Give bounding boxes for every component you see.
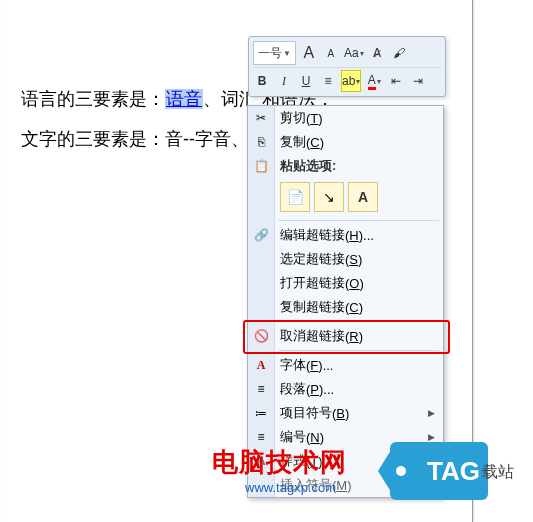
menu-bullets[interactable]: ≔ 项目符号(B) ▶	[248, 401, 443, 425]
menu-paste-header: 📋 粘贴选项:	[248, 154, 443, 178]
menu-edit-hyperlink[interactable]: 🔗 编辑超链接(H)...	[248, 223, 443, 247]
menu-paragraph[interactable]: ≡ 段落(P)...	[248, 377, 443, 401]
indent-increase-button[interactable]: ⇥	[409, 71, 427, 91]
bullets-icon: ≔	[252, 404, 270, 422]
italic-button[interactable]: I	[275, 71, 293, 91]
menu-remove-hyperlink[interactable]: 🚫 取消超链接(R)	[248, 324, 443, 348]
tag-badge: TAG	[390, 442, 488, 500]
link-remove-icon: 🚫	[252, 327, 270, 345]
menu-copy[interactable]: ⎘ 复制(C)	[248, 130, 443, 154]
numbering-icon: ≡	[252, 428, 270, 446]
menu-font[interactable]: A 字体(F)...	[248, 353, 443, 377]
context-menu: ✂ 剪切(T) ⎘ 复制(C) 📋 粘贴选项: 📄 ↘ A 🔗 编辑超链接(H)…	[247, 105, 444, 498]
mini-toolbar: 一号▼ A A Aa▾ A̷ 🖌 B I U ≡ ab▾ A▾ ⇤ ⇥	[248, 36, 446, 97]
text-line1-pre: 语言的三要素是：	[21, 89, 165, 109]
align-center-button[interactable]: ≡	[319, 71, 337, 91]
hyperlink-text[interactable]: 语音	[165, 89, 203, 109]
paste-keep-source[interactable]: 📄	[280, 182, 310, 212]
copy-icon: ⎘	[252, 133, 270, 151]
link-edit-icon: 🔗	[252, 226, 270, 244]
watermark-url: www.tagxp.com	[245, 480, 336, 495]
menu-copy-hyperlink[interactable]: 复制超链接(C)	[248, 295, 443, 319]
shrink-font-button[interactable]: A	[322, 43, 340, 63]
font-icon: A	[252, 356, 270, 374]
paragraph-icon: ≡	[252, 380, 270, 398]
menu-select-hyperlink[interactable]: 选定超链接(S)	[248, 247, 443, 271]
format-painter-icon[interactable]: 🖌	[390, 43, 408, 63]
paste-options-row: 📄 ↘ A	[248, 178, 443, 218]
menu-open-hyperlink[interactable]: 打开超链接(O)	[248, 271, 443, 295]
grow-font-button[interactable]: A	[300, 43, 318, 63]
tag-text: TAG	[427, 456, 480, 487]
change-case-button[interactable]: Aa▾	[344, 43, 364, 63]
submenu-arrow-icon: ▶	[428, 432, 435, 442]
paste-icon: 📋	[252, 157, 270, 175]
font-color-button[interactable]: A▾	[365, 71, 383, 91]
paste-merge[interactable]: ↘	[314, 182, 344, 212]
font-size-select[interactable]: 一号▼	[253, 41, 296, 65]
indent-decrease-button[interactable]: ⇤	[387, 71, 405, 91]
cut-icon: ✂	[252, 109, 270, 127]
underline-button[interactable]: U	[297, 71, 315, 91]
side-text: 载站	[482, 462, 514, 483]
paste-text-only[interactable]: A	[348, 182, 378, 212]
highlight-button[interactable]: ab▾	[341, 70, 361, 92]
bold-button[interactable]: B	[253, 71, 271, 91]
clear-format-button[interactable]: A̷	[368, 43, 386, 63]
submenu-arrow-icon: ▶	[428, 408, 435, 418]
menu-cut[interactable]: ✂ 剪切(T)	[248, 106, 443, 130]
watermark-title: 电脑技术网	[212, 445, 347, 480]
